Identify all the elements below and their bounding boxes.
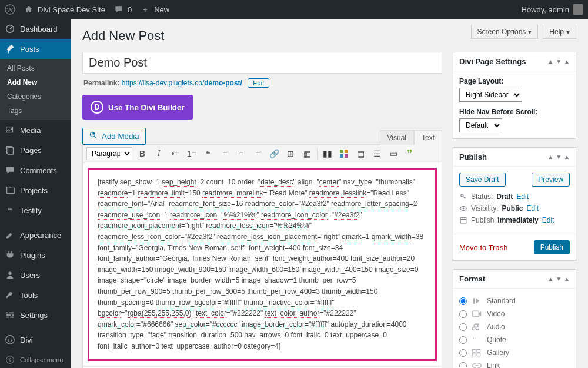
permalink-edit-button[interactable]: Edit (248, 78, 269, 88)
bullet-list-button[interactable]: •≡ (169, 147, 182, 160)
editor-statusbar: Word count: 0 Draft saved at 7:14:17 pm. (82, 366, 442, 369)
visibility-edit-link[interactable]: Edit (526, 204, 539, 213)
align-left-button[interactable]: ≡ (218, 147, 231, 160)
preview-button[interactable]: Preview (532, 173, 570, 187)
italic-button[interactable]: I (152, 147, 165, 160)
box-down-icon[interactable]: ▼ (556, 58, 562, 65)
main-content: Screen Options ▾ Help ▾ Add New Post Per… (71, 19, 588, 368)
svg-point-4 (11, 128, 12, 130)
admin-sidebar: Dashboard Posts All Posts Add New Catego… (0, 19, 71, 368)
align-right-button[interactable]: ≡ (251, 147, 264, 160)
sub-add-new[interactable]: Add New (0, 75, 71, 89)
projects-icon (5, 185, 15, 195)
divi-builder-button[interactable]: D Use The Divi Builder (82, 95, 193, 120)
pin-icon (5, 44, 15, 54)
comments-link[interactable]: 0 (113, 4, 132, 15)
divi-icon: D (5, 334, 15, 345)
toolbar-toggle-button[interactable]: ▦ (300, 147, 313, 160)
permalink-link[interactable]: https://lisa-dev.pluglets.co/demo-post/ (122, 79, 242, 87)
format-standard[interactable]: Standard (459, 294, 570, 307)
testify-icon: ❝ (5, 205, 15, 216)
box-up-icon[interactable]: ▲ (547, 154, 553, 160)
sub-all-posts[interactable]: All Posts (0, 61, 71, 75)
menu-projects[interactable]: Projects (0, 180, 71, 200)
tabs-button[interactable]: ▭ (387, 147, 400, 160)
format-audio[interactable]: Audio (459, 320, 570, 333)
save-draft-button[interactable]: Save Draft (459, 173, 506, 187)
divi-shortcode-button[interactable] (338, 147, 350, 160)
columns-button[interactable]: ▮▮ (321, 147, 334, 160)
box-title: Format (459, 274, 485, 283)
quote-insert-button[interactable]: ❞ (403, 147, 416, 160)
format-quote[interactable]: “Quote (459, 333, 570, 346)
format-video[interactable]: Video (459, 307, 570, 320)
svg-text:D: D (8, 337, 12, 343)
shortcode-content[interactable]: [testify sep_show=1 sep_height=2 count=1… (98, 177, 427, 352)
menu-tools[interactable]: Tools (0, 285, 71, 305)
move-to-trash-link[interactable]: Move to Trash (459, 243, 507, 252)
more-button[interactable]: ⊞ (284, 147, 297, 160)
hide-nav-select[interactable]: Default (459, 118, 502, 132)
wp-logo[interactable]: W (5, 4, 15, 15)
svg-text:W: W (7, 6, 13, 13)
publish-button[interactable]: Publish (534, 240, 570, 254)
screen-options-tab[interactable]: Screen Options ▾ (471, 25, 539, 39)
link-button[interactable]: 🔗 (268, 147, 280, 160)
add-media-button[interactable]: Add Media (82, 128, 146, 145)
menu-comments[interactable]: Comments (0, 160, 71, 180)
site-link[interactable]: Divi Space Dev Site (24, 4, 105, 15)
box-down-icon[interactable]: ▼ (556, 276, 562, 282)
menu-users[interactable]: Users (0, 265, 71, 285)
box-up-icon[interactable]: ▲ (547, 276, 553, 282)
home-icon (24, 4, 34, 15)
svg-rect-20 (340, 154, 343, 158)
box-toggle-icon[interactable]: ▲ (564, 276, 570, 282)
menu-appearance[interactable]: Appearance (0, 225, 71, 245)
menu-testify[interactable]: ❝Testify (0, 200, 71, 220)
svg-rect-18 (340, 150, 343, 153)
schedule-edit-link[interactable]: Edit (542, 216, 554, 224)
sub-tags[interactable]: Tags (0, 104, 71, 118)
collapse-icon (5, 354, 15, 365)
box-toggle-icon[interactable]: ▲ (564, 154, 570, 160)
sub-categories[interactable]: Categories (0, 89, 71, 104)
menu-settings[interactable]: Settings (0, 305, 71, 325)
box-title: Publish (459, 152, 487, 161)
menu-plugins[interactable]: Plugins (0, 245, 71, 265)
page-layout-select[interactable]: Right Sidebar (459, 88, 522, 102)
number-list-button[interactable]: 1≡ (185, 147, 198, 160)
menu-dashboard[interactable]: Dashboard (0, 19, 71, 39)
svg-rect-27 (473, 349, 476, 352)
howdy[interactable]: Howdy, admin (522, 4, 583, 15)
svg-point-23 (463, 208, 465, 210)
chevron-down-icon: ▾ (528, 28, 532, 36)
editor-body[interactable]: [testify sep_show=1 sep_height=2 count=1… (82, 163, 442, 366)
box-toggle-icon[interactable]: ▲ (564, 58, 570, 65)
post-title-input[interactable] (82, 52, 442, 74)
menu-pages[interactable]: Pages (0, 140, 71, 160)
help-tab[interactable]: Help ▾ (543, 25, 576, 39)
menu-media[interactable]: Media (0, 120, 71, 140)
layout-button[interactable]: ▤ (354, 147, 367, 160)
format-select[interactable]: Paragraph (86, 147, 132, 160)
visual-tab[interactable]: Visual (380, 130, 414, 145)
menu-divi[interactable]: DDivi (0, 330, 71, 350)
avatar (573, 4, 583, 15)
blockquote-button[interactable]: ❝ (202, 147, 215, 160)
bold-button[interactable]: B (136, 147, 149, 160)
status-edit-link[interactable]: Edit (516, 193, 529, 201)
format-link[interactable]: Link (459, 359, 570, 368)
menu-collapse[interactable]: Collapse menu (0, 350, 71, 368)
svg-rect-30 (477, 353, 480, 356)
format-gallery[interactable]: Gallery (459, 346, 570, 359)
svg-rect-21 (345, 154, 348, 158)
menu-posts[interactable]: Posts (0, 39, 71, 59)
comment-icon (113, 4, 124, 15)
text-tab[interactable]: Text (414, 130, 442, 145)
new-link[interactable]: +New (140, 4, 169, 15)
box-title: Divi Page Settings (459, 57, 526, 66)
box-up-icon[interactable]: ▲ (547, 58, 553, 65)
box-down-icon[interactable]: ▼ (556, 154, 562, 160)
align-center-button[interactable]: ≡ (235, 147, 248, 160)
toggle-button[interactable]: ☰ (370, 147, 383, 160)
